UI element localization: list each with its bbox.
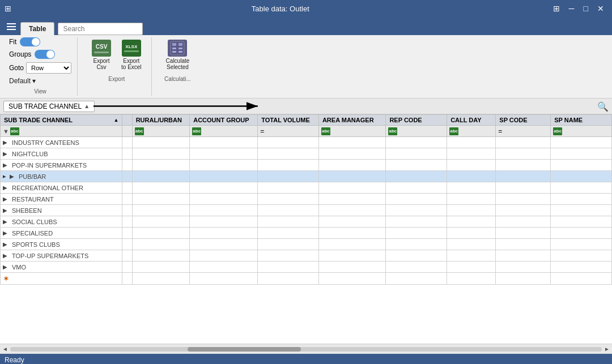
cell-sub-trade[interactable]: ▶SPORTS CLUBS: [1, 239, 122, 250]
row-expander[interactable]: ▶RESTAURANT: [3, 196, 120, 203]
ribbon-group-view: Fit Groups Goto Row Column: [3, 37, 78, 96]
filter-cell-sub-trade[interactable]: ▼ abc: [1, 126, 122, 137]
col-header-sub-trade[interactable]: SUB TRADE CHANNEL ▲: [1, 115, 122, 126]
cell-sub-trade[interactable]: ▶POP-IN SUPERMARKETS: [1, 160, 122, 171]
cell-sub-trade[interactable]: ▶NIGHTCLUB: [1, 148, 122, 160]
scroll-track[interactable]: [10, 347, 602, 352]
row-expander[interactable]: ▸▶PUB/BAR: [3, 173, 120, 180]
export-excel-button[interactable]: XLSX Exportto Excel: [117, 37, 146, 72]
table-row[interactable]: ▸▶PUB/BAR: [1, 171, 612, 182]
table-row[interactable]: ▶SHEBEEN: [1, 205, 612, 216]
app-menu-icon[interactable]: [2, 20, 20, 35]
cell-indicator: [122, 194, 132, 205]
cell-sub-trade[interactable]: ▶SPECIALISED: [1, 228, 122, 239]
scroll-right-btn[interactable]: ►: [604, 346, 610, 352]
col-header-area[interactable]: AREA MANAGER: [318, 115, 385, 126]
cell-sub-trade[interactable]: ▶TOP-UP SUPERMARKETS: [1, 250, 122, 262]
filter-cell-account[interactable]: abc: [190, 126, 258, 137]
cell-data: [447, 194, 496, 205]
row-expander[interactable]: ▶RECREATIONAL OTHER: [3, 185, 120, 191]
col-header-rep[interactable]: REP CODE: [386, 115, 447, 126]
scroll-thumb[interactable]: [188, 347, 301, 352]
fit-toggle[interactable]: [20, 37, 40, 46]
cell-data: [447, 239, 496, 250]
filter-cell-rural[interactable]: abc: [132, 126, 190, 137]
row-expander[interactable]: ▶POP-IN SUPERMARKETS: [3, 162, 120, 169]
goto-select[interactable]: Row Column: [26, 62, 71, 74]
col-header-sp-name[interactable]: SP NAME: [551, 115, 612, 126]
cell-data: [258, 160, 319, 171]
cell-sub-trade[interactable]: ▸▶PUB/BAR: [1, 171, 122, 182]
search-input[interactable]: [58, 23, 143, 35]
row-expander[interactable]: ▶SOCIAL CLUBS: [3, 219, 120, 225]
expand-icon: ▶: [3, 264, 7, 270]
cell-sub-trade[interactable]: ▶RECREATIONAL OTHER: [1, 182, 122, 194]
table-row[interactable]: ▶SPECIALISED: [1, 228, 612, 239]
row-expander[interactable]: ▶SPORTS CLUBS: [3, 241, 120, 248]
cell-sub-trade[interactable]: ▶INDUSTRY CANTEENS: [1, 137, 122, 148]
cell-sub-trade[interactable]: ▶SHEBEEN: [1, 205, 122, 216]
table-row[interactable]: ▶VMO: [1, 262, 612, 273]
groups-label: Groups: [9, 50, 31, 58]
col-header-account[interactable]: ACCOUNT GROUP: [190, 115, 258, 126]
cell-data: [551, 205, 612, 216]
table-row-empty: ✶: [1, 273, 612, 285]
cell-data: [318, 148, 385, 160]
filter-cell-sp-code[interactable]: =: [496, 126, 551, 137]
table-row[interactable]: ▶SOCIAL CLUBS: [1, 216, 612, 228]
row-expander[interactable]: ▶SHEBEEN: [3, 207, 120, 214]
filter-pill-text: SUB TRADE CHANNEL: [8, 102, 82, 110]
export-csv-button[interactable]: CSV ExportCsv: [88, 37, 115, 72]
table-row[interactable]: ▶NIGHTCLUB: [1, 148, 612, 160]
ribbon-tabs: Table: [0, 17, 612, 35]
tab-table[interactable]: Table: [20, 22, 54, 35]
filter-cell-sp-name[interactable]: abc: [551, 126, 612, 137]
minimize-button[interactable]: ─: [566, 3, 578, 14]
cell-sub-trade[interactable]: ▶RESTAURANT: [1, 194, 122, 205]
row-expander[interactable]: ▶TOP-UP SUPERMARKETS: [3, 252, 120, 259]
cell-data: [258, 137, 319, 148]
expand-icon: ▶: [3, 230, 7, 236]
expand-icon: ▶: [3, 207, 7, 213]
table-row[interactable]: ▶SPORTS CLUBS: [1, 239, 612, 250]
cell-data: [190, 148, 258, 160]
default-button[interactable]: Default ▾: [9, 77, 36, 85]
filter-search-icon[interactable]: 🔍: [597, 101, 609, 112]
restore-button[interactable]: □: [580, 3, 592, 14]
groups-toggle[interactable]: [35, 50, 55, 59]
cell-sub-trade[interactable]: ▶SOCIAL CLUBS: [1, 216, 122, 228]
filter-abc-icon-area: abc: [321, 127, 330, 135]
col-header-total[interactable]: TOTAL VOLUME: [258, 115, 319, 126]
cell-indicator: [122, 205, 132, 216]
cell-data: [447, 262, 496, 273]
row-expander[interactable]: ▶VMO: [3, 264, 120, 271]
cell-data: [132, 262, 190, 273]
scroll-left-btn[interactable]: ◄: [2, 346, 8, 352]
close-button[interactable]: ✕: [594, 3, 607, 14]
row-expander[interactable]: ▶INDUSTRY CANTEENS: [3, 139, 120, 146]
filter-pill[interactable]: SUB TRADE CHANNEL ▲: [3, 101, 95, 112]
col-header-call[interactable]: CALL DAY: [447, 115, 496, 126]
col-header-rural[interactable]: RURAL/URBAN: [132, 115, 190, 126]
table-container[interactable]: SUB TRADE CHANNEL ▲ RURAL/URBAN ACCOUNT …: [0, 114, 612, 344]
filter-cell-area[interactable]: abc: [318, 126, 385, 137]
col-header-sp-code[interactable]: SP CODE: [496, 115, 551, 126]
cell-data: [258, 250, 319, 262]
row-expander[interactable]: ▶NIGHTCLUB: [3, 151, 120, 157]
cell-sub-trade[interactable]: ▶VMO: [1, 262, 122, 273]
horizontal-scrollbar[interactable]: ◄ ►: [0, 344, 612, 354]
table-row[interactable]: ▶POP-IN SUPERMARKETS: [1, 160, 612, 171]
filter-cell-call[interactable]: abc: [447, 126, 496, 137]
table-row[interactable]: ▶TOP-UP SUPERMARKETS: [1, 250, 612, 262]
calculate-selected-button[interactable]: CalculateSelected: [162, 37, 194, 72]
row-expander[interactable]: ▶SPECIALISED: [3, 230, 120, 237]
svg-rect-7: [178, 48, 182, 49]
filter-cell-total[interactable]: =: [258, 126, 319, 137]
cell-data: [258, 262, 319, 273]
tile-button[interactable]: ⊞: [550, 3, 563, 14]
filter-cell-rep[interactable]: abc: [386, 126, 447, 137]
expand-icon: ▶: [3, 252, 7, 259]
table-row[interactable]: ▶RESTAURANT: [1, 194, 612, 205]
table-row[interactable]: ▶INDUSTRY CANTEENS: [1, 137, 612, 148]
table-row[interactable]: ▶RECREATIONAL OTHER: [1, 182, 612, 194]
